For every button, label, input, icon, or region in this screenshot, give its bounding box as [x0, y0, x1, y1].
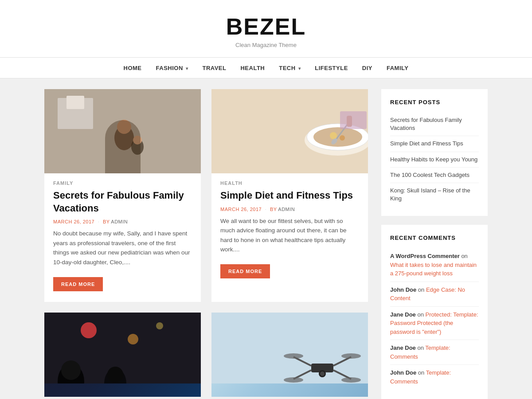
svg-point-31 — [284, 353, 303, 359]
nav-family[interactable]: FAMILY — [387, 65, 408, 71]
site-tagline: Clean Magazine Theme — [9, 42, 523, 48]
comment-on: on — [417, 344, 425, 351]
svg-point-3 — [114, 125, 134, 150]
svg-rect-25 — [211, 313, 368, 383]
article-author: ADMIN — [278, 207, 295, 212]
article-image — [44, 313, 201, 397]
article-card: HEALTH Simple Diet and Fitness Tips MARC… — [211, 89, 368, 302]
nav-travel[interactable]: TRAVEL — [202, 65, 226, 71]
recent-comment-item: Jane Doe on Template: Comments — [390, 340, 479, 365]
nav-health[interactable]: HEALTH — [240, 65, 265, 71]
article-excerpt: We all want to be our fittest selves, bu… — [211, 216, 368, 262]
svg-rect-16 — [340, 111, 367, 129]
site-title: BEZEL — [9, 13, 523, 40]
svg-point-34 — [341, 377, 361, 383]
svg-point-12 — [340, 135, 345, 141]
article-date: MARCH 26, 2017 — [220, 207, 262, 212]
recent-post-item[interactable]: The 100 Coolest Tech Gadgets — [390, 168, 479, 183]
read-more-button[interactable]: READ MORE — [53, 277, 103, 291]
svg-point-6 — [133, 136, 142, 145]
nav-fashion[interactable]: FASHION ▾ — [156, 65, 188, 71]
article-date: MARCH 26, 2017 — [53, 219, 94, 224]
comment-author: John Doe — [390, 369, 416, 376]
svg-point-11 — [330, 132, 337, 139]
recent-post-item[interactable]: Kong: Skull Island – Rise of the King — [390, 183, 479, 206]
svg-point-19 — [128, 334, 138, 344]
main-container: FAMILY Secrets for Fabulous Family Vacat… — [35, 89, 497, 399]
recent-post-item[interactable]: Healthy Habits to Keep you Young — [390, 152, 479, 168]
article-title[interactable]: Secrets for Fabulous Family Vacations — [44, 189, 201, 219]
nav-tech[interactable]: TECH ▾ — [279, 65, 301, 71]
article-card: FAMILY Secrets for Fabulous Family Vacat… — [44, 89, 201, 302]
article-excerpt: No doubt because my wife, Sally, and I h… — [44, 229, 201, 275]
svg-point-36 — [320, 372, 325, 376]
separator: · — [98, 219, 100, 224]
content-area: FAMILY Secrets for Fabulous Family Vacat… — [44, 89, 368, 399]
article-date-author: MARCH 26, 2017 · BY ADMIN — [211, 207, 368, 216]
article-image — [44, 89, 201, 173]
svg-point-32 — [341, 353, 361, 359]
article-category: HEALTH — [211, 173, 368, 189]
svg-point-24 — [107, 367, 123, 383]
article-title[interactable]: Simple Diet and Fitness Tips — [211, 189, 368, 207]
article-image — [211, 89, 368, 173]
separator: · — [265, 207, 267, 212]
article-author: ADMIN — [111, 219, 128, 224]
svg-point-4 — [117, 120, 131, 134]
comment-on: on — [461, 253, 467, 259]
main-nav: HOME FASHION ▾ TRAVEL HEALTH TECH ▾ LIFE… — [0, 58, 532, 78]
read-more-button[interactable]: READ MORE — [220, 264, 270, 278]
comment-on: on — [418, 369, 426, 376]
svg-point-18 — [81, 322, 97, 338]
sidebar: RECENT POSTS Secrets for Fabulous Family… — [381, 89, 488, 399]
comment-link[interactable]: What it takes to lose and maintain a 275… — [390, 262, 477, 277]
recent-comment-item: A WordPress Commenter on What it takes t… — [390, 248, 479, 282]
recent-post-item[interactable]: Secrets for Fabulous Family Vacations — [390, 113, 479, 136]
comment-author: John Doe — [390, 286, 416, 293]
svg-rect-2 — [66, 96, 84, 109]
recent-comments-widget: RECENT COMMENTS A WordPress Commenter on… — [381, 225, 488, 399]
article-image — [211, 313, 368, 397]
site-header: BEZEL Clean Magazine Theme — [0, 0, 532, 58]
nav-diy[interactable]: DIY — [362, 65, 372, 71]
comment-author: A WordPress Commenter — [390, 253, 460, 259]
svg-point-20 — [156, 322, 163, 329]
recent-comment-item: John Doe on Template: Comments — [390, 365, 479, 389]
chevron-down-icon: ▾ — [186, 66, 188, 71]
recent-comment-item: Jane Doe on Protected: Template: Passwor… — [390, 307, 479, 340]
recent-posts-widget: RECENT POSTS Secrets for Fabulous Family… — [381, 89, 488, 216]
article-card — [44, 313, 201, 397]
svg-point-22 — [61, 360, 81, 380]
comment-on: on — [417, 311, 425, 318]
chevron-down-icon: ▾ — [298, 66, 301, 71]
nav-lifestyle[interactable]: LIFESTYLE — [315, 65, 348, 71]
recent-comments-title: RECENT COMMENTS — [390, 235, 479, 241]
recent-comment-item: John Doe on Edge Case: No Content — [390, 282, 479, 307]
svg-point-5 — [131, 139, 144, 155]
by-label: BY — [270, 207, 278, 212]
comment-author: Jane Doe — [390, 344, 416, 351]
comment-author: Jane Doe — [390, 311, 416, 318]
svg-point-33 — [284, 377, 303, 383]
comment-on: on — [418, 286, 426, 293]
article-date-author: MARCH 26, 2017 · BY ADMIN — [44, 219, 201, 229]
by-label: BY — [103, 219, 111, 224]
recent-post-item[interactable]: Simple Diet and Fitness Tips — [390, 136, 479, 152]
nav-home[interactable]: HOME — [124, 65, 142, 71]
recent-posts-title: RECENT POSTS — [390, 99, 479, 106]
article-category: FAMILY — [44, 173, 201, 189]
article-card — [211, 313, 368, 397]
